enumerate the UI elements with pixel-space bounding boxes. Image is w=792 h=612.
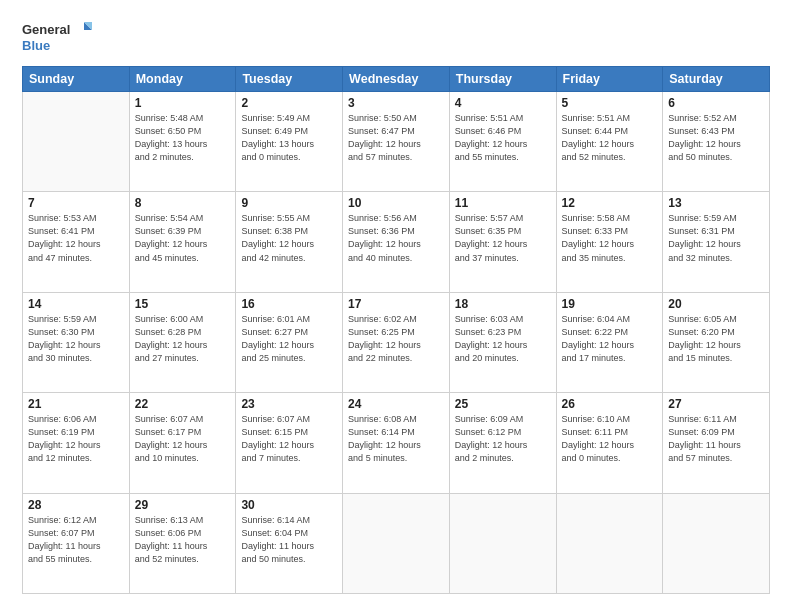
day-info: Sunrise: 5:59 AM Sunset: 6:31 PM Dayligh… <box>668 212 764 264</box>
day-info: Sunrise: 6:10 AM Sunset: 6:11 PM Dayligh… <box>562 413 658 465</box>
day-info: Sunrise: 6:11 AM Sunset: 6:09 PM Dayligh… <box>668 413 764 465</box>
calendar-cell: 25Sunrise: 6:09 AM Sunset: 6:12 PM Dayli… <box>449 393 556 493</box>
calendar-cell: 7Sunrise: 5:53 AM Sunset: 6:41 PM Daylig… <box>23 192 130 292</box>
weekday-header-tuesday: Tuesday <box>236 67 343 92</box>
calendar-cell: 22Sunrise: 6:07 AM Sunset: 6:17 PM Dayli… <box>129 393 236 493</box>
day-info: Sunrise: 6:08 AM Sunset: 6:14 PM Dayligh… <box>348 413 444 465</box>
day-info: Sunrise: 5:51 AM Sunset: 6:44 PM Dayligh… <box>562 112 658 164</box>
calendar-cell: 1Sunrise: 5:48 AM Sunset: 6:50 PM Daylig… <box>129 92 236 192</box>
day-info: Sunrise: 6:04 AM Sunset: 6:22 PM Dayligh… <box>562 313 658 365</box>
day-info: Sunrise: 5:51 AM Sunset: 6:46 PM Dayligh… <box>455 112 551 164</box>
day-number: 24 <box>348 397 444 411</box>
calendar-cell: 30Sunrise: 6:14 AM Sunset: 6:04 PM Dayli… <box>236 493 343 593</box>
calendar-cell: 6Sunrise: 5:52 AM Sunset: 6:43 PM Daylig… <box>663 92 770 192</box>
day-info: Sunrise: 6:13 AM Sunset: 6:06 PM Dayligh… <box>135 514 231 566</box>
calendar-cell: 23Sunrise: 6:07 AM Sunset: 6:15 PM Dayli… <box>236 393 343 493</box>
calendar-cell: 10Sunrise: 5:56 AM Sunset: 6:36 PM Dayli… <box>343 192 450 292</box>
calendar-cell: 3Sunrise: 5:50 AM Sunset: 6:47 PM Daylig… <box>343 92 450 192</box>
day-info: Sunrise: 6:01 AM Sunset: 6:27 PM Dayligh… <box>241 313 337 365</box>
calendar-cell: 28Sunrise: 6:12 AM Sunset: 6:07 PM Dayli… <box>23 493 130 593</box>
week-row-1: 1Sunrise: 5:48 AM Sunset: 6:50 PM Daylig… <box>23 92 770 192</box>
day-info: Sunrise: 6:07 AM Sunset: 6:15 PM Dayligh… <box>241 413 337 465</box>
day-info: Sunrise: 5:57 AM Sunset: 6:35 PM Dayligh… <box>455 212 551 264</box>
weekday-header-thursday: Thursday <box>449 67 556 92</box>
day-info: Sunrise: 5:50 AM Sunset: 6:47 PM Dayligh… <box>348 112 444 164</box>
day-number: 22 <box>135 397 231 411</box>
calendar-cell: 11Sunrise: 5:57 AM Sunset: 6:35 PM Dayli… <box>449 192 556 292</box>
day-number: 29 <box>135 498 231 512</box>
logo-svg: General Blue <box>22 18 92 56</box>
day-info: Sunrise: 6:05 AM Sunset: 6:20 PM Dayligh… <box>668 313 764 365</box>
day-number: 7 <box>28 196 124 210</box>
day-info: Sunrise: 6:06 AM Sunset: 6:19 PM Dayligh… <box>28 413 124 465</box>
day-info: Sunrise: 5:56 AM Sunset: 6:36 PM Dayligh… <box>348 212 444 264</box>
day-info: Sunrise: 6:00 AM Sunset: 6:28 PM Dayligh… <box>135 313 231 365</box>
day-info: Sunrise: 5:53 AM Sunset: 6:41 PM Dayligh… <box>28 212 124 264</box>
day-info: Sunrise: 5:54 AM Sunset: 6:39 PM Dayligh… <box>135 212 231 264</box>
calendar-cell: 19Sunrise: 6:04 AM Sunset: 6:22 PM Dayli… <box>556 292 663 392</box>
calendar-cell <box>449 493 556 593</box>
day-number: 30 <box>241 498 337 512</box>
calendar-cell <box>343 493 450 593</box>
day-number: 19 <box>562 297 658 311</box>
calendar-cell: 4Sunrise: 5:51 AM Sunset: 6:46 PM Daylig… <box>449 92 556 192</box>
day-info: Sunrise: 6:09 AM Sunset: 6:12 PM Dayligh… <box>455 413 551 465</box>
day-number: 2 <box>241 96 337 110</box>
svg-text:General: General <box>22 22 70 37</box>
day-info: Sunrise: 6:14 AM Sunset: 6:04 PM Dayligh… <box>241 514 337 566</box>
day-info: Sunrise: 5:59 AM Sunset: 6:30 PM Dayligh… <box>28 313 124 365</box>
calendar-cell: 17Sunrise: 6:02 AM Sunset: 6:25 PM Dayli… <box>343 292 450 392</box>
day-number: 10 <box>348 196 444 210</box>
day-number: 5 <box>562 96 658 110</box>
day-number: 1 <box>135 96 231 110</box>
calendar-cell: 29Sunrise: 6:13 AM Sunset: 6:06 PM Dayli… <box>129 493 236 593</box>
svg-text:Blue: Blue <box>22 38 50 53</box>
calendar-cell: 14Sunrise: 5:59 AM Sunset: 6:30 PM Dayli… <box>23 292 130 392</box>
calendar-cell: 26Sunrise: 6:10 AM Sunset: 6:11 PM Dayli… <box>556 393 663 493</box>
day-info: Sunrise: 6:07 AM Sunset: 6:17 PM Dayligh… <box>135 413 231 465</box>
weekday-header-wednesday: Wednesday <box>343 67 450 92</box>
day-number: 18 <box>455 297 551 311</box>
day-info: Sunrise: 6:12 AM Sunset: 6:07 PM Dayligh… <box>28 514 124 566</box>
calendar-cell: 8Sunrise: 5:54 AM Sunset: 6:39 PM Daylig… <box>129 192 236 292</box>
day-info: Sunrise: 5:58 AM Sunset: 6:33 PM Dayligh… <box>562 212 658 264</box>
calendar-cell: 24Sunrise: 6:08 AM Sunset: 6:14 PM Dayli… <box>343 393 450 493</box>
calendar-cell: 27Sunrise: 6:11 AM Sunset: 6:09 PM Dayli… <box>663 393 770 493</box>
day-number: 14 <box>28 297 124 311</box>
week-row-2: 7Sunrise: 5:53 AM Sunset: 6:41 PM Daylig… <box>23 192 770 292</box>
day-number: 4 <box>455 96 551 110</box>
weekday-header-friday: Friday <box>556 67 663 92</box>
day-number: 16 <box>241 297 337 311</box>
day-number: 23 <box>241 397 337 411</box>
calendar-cell: 16Sunrise: 6:01 AM Sunset: 6:27 PM Dayli… <box>236 292 343 392</box>
week-row-5: 28Sunrise: 6:12 AM Sunset: 6:07 PM Dayli… <box>23 493 770 593</box>
calendar-cell: 9Sunrise: 5:55 AM Sunset: 6:38 PM Daylig… <box>236 192 343 292</box>
day-number: 28 <box>28 498 124 512</box>
calendar-cell: 5Sunrise: 5:51 AM Sunset: 6:44 PM Daylig… <box>556 92 663 192</box>
day-number: 25 <box>455 397 551 411</box>
day-info: Sunrise: 6:02 AM Sunset: 6:25 PM Dayligh… <box>348 313 444 365</box>
calendar-cell: 12Sunrise: 5:58 AM Sunset: 6:33 PM Dayli… <box>556 192 663 292</box>
calendar-cell: 21Sunrise: 6:06 AM Sunset: 6:19 PM Dayli… <box>23 393 130 493</box>
weekday-header-saturday: Saturday <box>663 67 770 92</box>
day-number: 6 <box>668 96 764 110</box>
week-row-3: 14Sunrise: 5:59 AM Sunset: 6:30 PM Dayli… <box>23 292 770 392</box>
calendar-cell <box>23 92 130 192</box>
weekday-header-sunday: Sunday <box>23 67 130 92</box>
day-number: 26 <box>562 397 658 411</box>
week-row-4: 21Sunrise: 6:06 AM Sunset: 6:19 PM Dayli… <box>23 393 770 493</box>
calendar-cell <box>556 493 663 593</box>
day-number: 27 <box>668 397 764 411</box>
calendar-cell: 20Sunrise: 6:05 AM Sunset: 6:20 PM Dayli… <box>663 292 770 392</box>
day-number: 21 <box>28 397 124 411</box>
day-info: Sunrise: 5:49 AM Sunset: 6:49 PM Dayligh… <box>241 112 337 164</box>
day-number: 20 <box>668 297 764 311</box>
weekday-header-row: SundayMondayTuesdayWednesdayThursdayFrid… <box>23 67 770 92</box>
day-info: Sunrise: 5:55 AM Sunset: 6:38 PM Dayligh… <box>241 212 337 264</box>
calendar-table: SundayMondayTuesdayWednesdayThursdayFrid… <box>22 66 770 594</box>
header: General Blue <box>22 18 770 56</box>
calendar-cell: 2Sunrise: 5:49 AM Sunset: 6:49 PM Daylig… <box>236 92 343 192</box>
calendar-cell: 18Sunrise: 6:03 AM Sunset: 6:23 PM Dayli… <box>449 292 556 392</box>
day-number: 8 <box>135 196 231 210</box>
day-number: 3 <box>348 96 444 110</box>
